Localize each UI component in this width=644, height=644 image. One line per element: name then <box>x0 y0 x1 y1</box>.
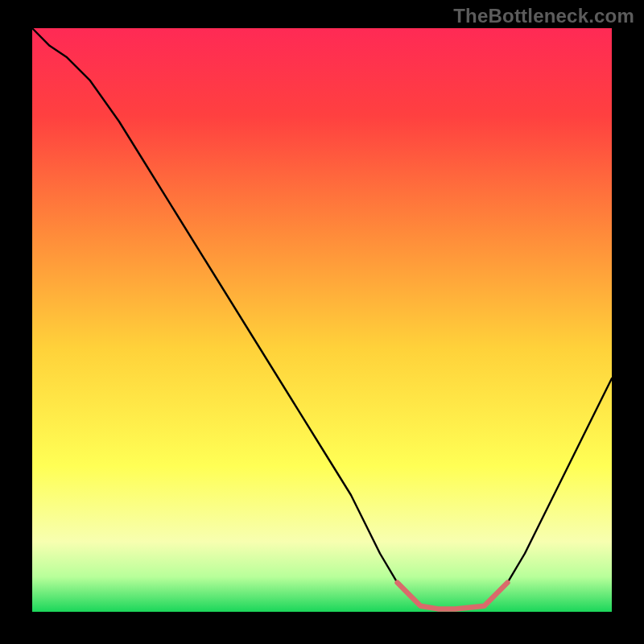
watermark-text: TheBottleneck.com <box>453 5 634 27</box>
chart-svg <box>0 0 644 644</box>
bottleneck-chart: TheBottleneck.com <box>0 0 644 644</box>
plot-background <box>32 28 612 612</box>
